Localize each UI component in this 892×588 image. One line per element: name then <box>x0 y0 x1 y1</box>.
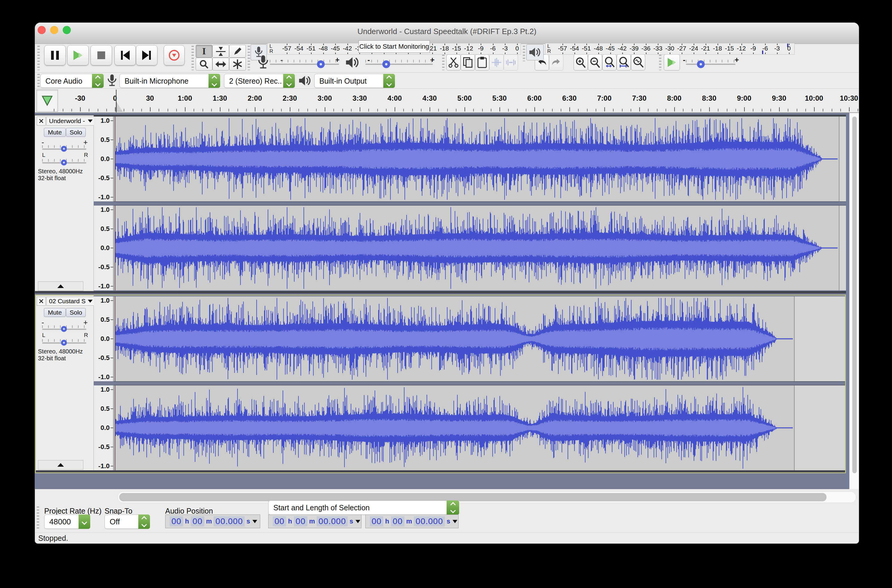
envelope-tool-button[interactable] <box>212 45 229 58</box>
time-field-menu-arrow[interactable] <box>453 520 457 523</box>
timeline-minor-tick <box>753 109 753 111</box>
window-title: Underworld - Custard Speedtalk (#DRIFT E… <box>35 27 859 36</box>
playback-volume-slider[interactable] <box>365 64 433 65</box>
time-digits[interactable]: 00.000 <box>214 516 245 526</box>
project-rate-select[interactable]: 48000 ∨ <box>44 514 90 529</box>
meter-tick <box>505 44 505 45</box>
input-device-select[interactable]: Built-in Microphone ∧∨ <box>120 74 220 88</box>
zoom-toggle-button[interactable] <box>631 54 645 70</box>
track1-mute-button[interactable]: Mute <box>44 128 66 137</box>
track2-pan-thumb[interactable] <box>61 340 67 346</box>
timeline-ruler[interactable]: -300301:001:302:002:303:003:304:004:305:… <box>35 89 859 113</box>
fit-project-button[interactable] <box>616 54 631 70</box>
track2-name-menu[interactable]: 02 Custard S <box>46 297 95 306</box>
selection-length-field[interactable]: 00h00m00.000s <box>365 514 459 528</box>
output-device-select[interactable]: Built-in Output ∧∨ <box>314 74 395 88</box>
track1-bottom-border[interactable] <box>35 291 846 293</box>
selection-mode-select[interactable]: Start and Length of Selection ∧∨ <box>268 501 459 515</box>
silence-audio-button[interactable] <box>504 54 518 70</box>
track2-mute-button[interactable]: Mute <box>44 308 66 317</box>
timeline-minor-tick <box>473 109 474 111</box>
time-field-menu-arrow[interactable] <box>355 520 360 523</box>
time-digits[interactable]: 00.000 <box>414 516 445 526</box>
record-button[interactable] <box>164 45 184 65</box>
track2-collapse-button[interactable] <box>38 460 83 470</box>
selection-start-field[interactable]: 00h00m00.000s <box>268 514 361 528</box>
time-digits[interactable]: 00 <box>294 516 307 526</box>
amp-scale-tick <box>111 197 113 198</box>
record-volume-thumb[interactable] <box>317 60 325 68</box>
edit-toolbar-grip[interactable] <box>442 55 445 70</box>
timeshift-tool-button[interactable] <box>212 58 229 70</box>
device-toolbar-grip[interactable] <box>37 74 40 87</box>
time-field-menu-arrow[interactable] <box>252 520 257 523</box>
audio-host-select[interactable]: Core Audio ∧∨ <box>40 74 103 88</box>
selection-tool-button[interactable]: I <box>196 45 212 58</box>
time-digits[interactable]: 00 <box>191 516 204 526</box>
track1-gain-thumb[interactable] <box>61 146 67 152</box>
time-unit: h <box>385 518 389 525</box>
time-digits[interactable]: 00 <box>273 516 286 526</box>
track2-channel1-waveform[interactable] <box>114 296 846 381</box>
track2-channel2-waveform[interactable] <box>114 386 846 470</box>
title-bar[interactable]: Underworld - Custard Speedtalk (#DRIFT E… <box>35 23 859 44</box>
pinned-play-head-button[interactable] <box>36 90 58 112</box>
record-volume-slider[interactable] <box>270 64 339 65</box>
copy-button[interactable] <box>461 54 475 70</box>
playback-meter-speaker-button[interactable] <box>526 44 544 60</box>
horizontal-scrollbar[interactable] <box>118 492 856 503</box>
redo-button[interactable] <box>549 54 564 70</box>
paste-button[interactable] <box>475 54 489 70</box>
track2-bottom-border[interactable] <box>35 470 846 472</box>
track2-solo-button[interactable]: Solo <box>66 308 86 317</box>
fit-selection-button[interactable] <box>602 54 616 70</box>
track1-name-menu[interactable]: Underworld - <box>46 117 95 126</box>
time-digits[interactable]: 00 <box>170 516 183 526</box>
meter-tick <box>610 44 611 45</box>
recording-meter-grip[interactable] <box>247 46 250 70</box>
monitoring-overlay[interactable]: Click to Start Monitoring <box>358 40 430 53</box>
stop-button[interactable] <box>90 45 112 65</box>
audio-position-field[interactable]: 00h00m00.000s <box>165 514 260 528</box>
speed-thumb[interactable] <box>697 60 705 68</box>
transport-toolbar-grip[interactable] <box>37 46 40 70</box>
cut-button[interactable] <box>446 54 461 70</box>
time-digits[interactable]: 00 <box>370 516 383 526</box>
track1-collapse-button[interactable] <box>38 282 83 291</box>
track1-channel1-waveform[interactable] <box>114 117 846 201</box>
playback-meter[interactable]: L R -57-54-51-48-45-42-39-36-33-30-27-24… <box>545 43 795 55</box>
zoom-tool-button[interactable] <box>196 58 212 70</box>
trim-audio-button[interactable] <box>489 54 504 70</box>
play-button[interactable] <box>67 45 89 65</box>
draw-tool-button[interactable] <box>229 45 246 58</box>
track1-channel2-waveform[interactable] <box>114 206 846 290</box>
time-digits[interactable]: 00 <box>391 516 405 526</box>
playhead-flag[interactable] <box>117 102 123 111</box>
playback-meter-grip[interactable] <box>523 46 525 61</box>
tools-toolbar-grip[interactable] <box>192 46 194 70</box>
skip-to-end-button[interactable] <box>136 45 157 65</box>
multi-tool-button[interactable] <box>229 58 246 70</box>
zoom-in-button[interactable] <box>574 54 588 70</box>
speed-slider[interactable] <box>686 64 736 65</box>
meter-tick <box>517 52 518 54</box>
zoom-out-button[interactable] <box>588 54 602 70</box>
track2-pan-left-label: L <box>42 332 45 339</box>
play-at-speed-button[interactable] <box>664 54 680 70</box>
skip-to-start-button[interactable] <box>114 45 136 65</box>
selection-toolbar-grip[interactable] <box>37 506 39 530</box>
horizontal-scrollbar-thumb[interactable] <box>119 493 827 501</box>
channels-select[interactable]: 2 (Stereo) Rec... ∧∨ <box>224 74 295 88</box>
track1-pan-thumb[interactable] <box>61 159 67 165</box>
time-digits[interactable]: 00.000 <box>317 516 348 526</box>
vertical-scrollbar-thumb[interactable] <box>852 117 857 473</box>
track1-close-button[interactable] <box>37 117 46 126</box>
track2-close-button[interactable] <box>37 297 46 306</box>
snap-to-select[interactable]: Off ∧∨ <box>105 514 150 529</box>
track2-gain-thumb[interactable] <box>61 326 67 332</box>
playback-volume-thumb[interactable] <box>382 60 390 68</box>
vertical-scrollbar[interactable] <box>849 113 859 489</box>
play-speed-grip[interactable] <box>659 55 661 70</box>
pause-button[interactable] <box>44 45 66 65</box>
track1-solo-button[interactable]: Solo <box>66 128 86 137</box>
